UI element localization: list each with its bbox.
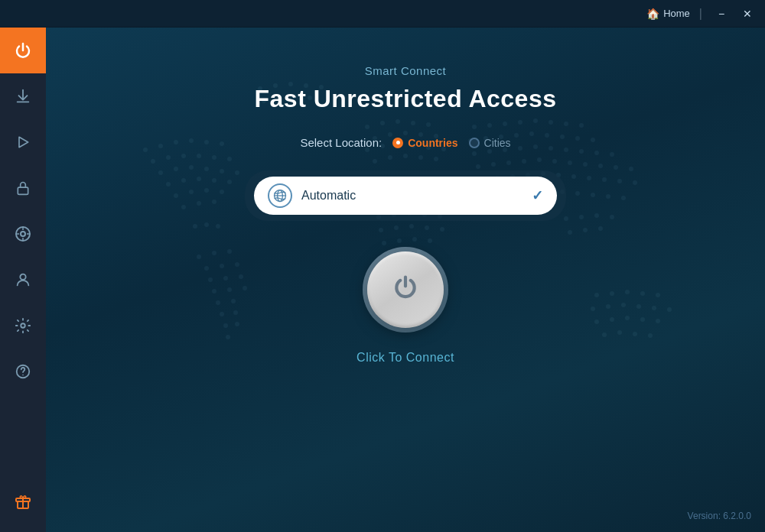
- select-location-label: Select Location:: [300, 136, 382, 149]
- main-layout: Smart Connect Fast Unrestricted Access S…: [0, 28, 765, 532]
- close-button[interactable]: ✕: [737, 4, 757, 24]
- svg-rect-0: [18, 187, 28, 194]
- sidebar-item-lock[interactable]: [0, 165, 46, 211]
- home-nav[interactable]: 🏠 Home: [646, 8, 690, 20]
- click-to-connect-label[interactable]: Click To Connect: [356, 351, 454, 365]
- sidebar-item-download[interactable]: [0, 73, 46, 119]
- svg-point-2: [21, 232, 25, 236]
- download-icon: [15, 88, 31, 105]
- sidebar-item-ip[interactable]: [0, 211, 46, 257]
- gift-icon: [14, 492, 32, 511]
- home-label: Home: [663, 8, 690, 19]
- version-label: Version: 6.2.0.0: [688, 511, 751, 521]
- dropdown-value: Automatic: [301, 189, 522, 203]
- radio-dot-cities: [469, 138, 480, 148]
- radio-label-cities: Cities: [484, 137, 511, 149]
- power-button-wrapper: [367, 251, 444, 328]
- radio-dot-countries: [392, 138, 403, 148]
- sidebar-item-user[interactable]: [0, 257, 46, 303]
- connect-power-button[interactable]: [367, 251, 444, 328]
- select-location-row: Select Location: Countries Cities: [300, 136, 510, 149]
- user-icon: [15, 271, 31, 288]
- home-icon: 🏠: [646, 8, 659, 20]
- content-area: Smart Connect Fast Unrestricted Access S…: [46, 28, 765, 532]
- power-icon: [14, 41, 32, 60]
- minimize-button[interactable]: −: [711, 4, 731, 24]
- ip-icon: [14, 225, 32, 243]
- chevron-down-icon: ✓: [532, 187, 543, 204]
- radio-cities[interactable]: Cities: [469, 137, 511, 149]
- svg-point-6: [23, 375, 24, 375]
- content-inner: Smart Connect Fast Unrestricted Access S…: [46, 28, 765, 365]
- radio-label-countries: Countries: [408, 137, 457, 149]
- sidebar-item-settings[interactable]: [0, 303, 46, 349]
- sidebar-item-help[interactable]: [0, 349, 46, 394]
- settings-icon: [15, 317, 31, 334]
- svg-point-3: [20, 274, 25, 280]
- sidebar-item-play[interactable]: [0, 119, 46, 165]
- sidebar-item-power[interactable]: [0, 28, 46, 73]
- location-dropdown[interactable]: Automatic ✓: [254, 177, 557, 215]
- lock-icon: [15, 180, 31, 196]
- separator: |: [699, 7, 702, 21]
- sidebar-item-gift[interactable]: [0, 478, 46, 524]
- radio-countries[interactable]: Countries: [392, 137, 457, 149]
- globe-icon: [268, 183, 292, 208]
- dropdown-container: Automatic ✓: [245, 170, 566, 221]
- main-title: Fast Unrestricted Access: [255, 85, 557, 113]
- power-button-icon: [390, 272, 421, 307]
- play-icon: [15, 135, 31, 150]
- help-icon: [15, 363, 31, 380]
- title-bar: 🏠 Home | − ✕: [0, 0, 765, 28]
- sidebar: [0, 28, 46, 532]
- svg-point-4: [21, 323, 25, 328]
- smart-connect-label: Smart Connect: [365, 64, 447, 77]
